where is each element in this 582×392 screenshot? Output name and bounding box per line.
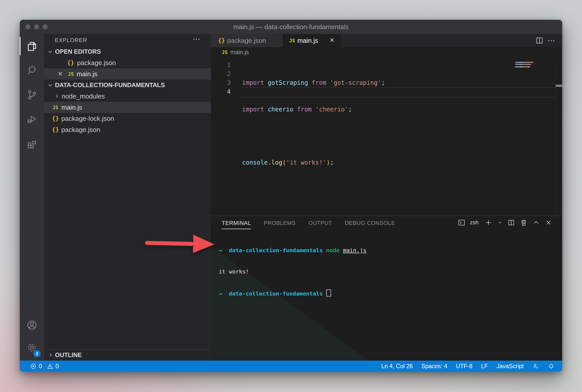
close-panel-icon[interactable] <box>544 219 553 227</box>
code-line-1: import gotScraping from 'got-scraping'; <box>242 79 385 87</box>
eol-sequence[interactable]: LF <box>481 363 488 370</box>
json-icon: {} <box>67 60 74 66</box>
tab-main-js[interactable]: JS main.js ✕ <box>283 34 341 47</box>
scrollbar-thumb[interactable] <box>556 85 562 87</box>
terminal-line-output: it works! <box>219 268 367 275</box>
split-terminal-icon[interactable] <box>507 219 515 227</box>
breadcrumb[interactable]: JS main.js <box>211 47 562 58</box>
error-icon <box>30 363 37 370</box>
terminal-line-prompt: → data-collection-fundamentals <box>219 289 367 297</box>
close-icon[interactable]: ✕ <box>58 70 63 77</box>
tree-item-package-lock[interactable]: {} package-lock.json <box>44 113 211 124</box>
feedback-icon[interactable] <box>532 363 539 370</box>
json-icon: {} <box>218 37 225 44</box>
tree-item-node-modules[interactable]: node_modules <box>44 91 211 102</box>
code-editor[interactable]: 1 2 3 4 import gotScraping from 'got-scr… <box>211 58 562 216</box>
settings-badge: 2 <box>33 350 41 357</box>
window-title: main.js — data-collection-fundamentals <box>20 20 562 34</box>
tab-problems[interactable]: PROBLEMS <box>264 216 296 230</box>
new-terminal-icon[interactable] <box>484 219 493 227</box>
activity-settings[interactable]: 2 <box>20 336 44 360</box>
explorer-sidebar: EXPLORER ⋯ OPEN EDITORS {} package.json … <box>44 34 211 361</box>
editor-more-actions[interactable]: ⋯ <box>548 36 556 45</box>
chevron-down-icon <box>47 49 53 54</box>
search-icon <box>26 65 38 76</box>
terminal-icon <box>458 219 466 227</box>
panel-tabs: TERMINAL PROBLEMS OUTPUT DEBUG CONSOLE <box>222 216 395 230</box>
arrow-shaft <box>145 241 194 246</box>
open-editor-main-js[interactable]: ✕ JS main.js <box>44 68 211 80</box>
account-icon <box>26 319 38 331</box>
activity-account[interactable] <box>20 313 44 337</box>
open-editor-package-json[interactable]: {} package.json <box>44 57 211 68</box>
close-tab-icon[interactable]: ✕ <box>330 37 335 44</box>
status-bar: 0 0 Ln 4, Col 26 Spaces: 4 UTF-8 LF Java… <box>20 361 562 372</box>
activity-explorer[interactable] <box>20 34 44 58</box>
split-editor-icon[interactable] <box>535 36 544 45</box>
code-lines: import gotScraping from 'got-scraping'; … <box>242 61 385 185</box>
activity-search[interactable] <box>20 58 44 83</box>
notifications-bell-icon[interactable] <box>548 363 555 370</box>
tab-output[interactable]: OUTPUT <box>308 216 332 230</box>
tab-debug-console[interactable]: DEBUG CONSOLE <box>345 216 395 230</box>
activity-source-control[interactable] <box>20 83 44 107</box>
active-view-indicator <box>20 37 21 55</box>
tab-bar: {} package.json JS main.js ✕ ⋯ <box>211 34 562 47</box>
title-bar: main.js — data-collection-fundamentals <box>20 20 562 34</box>
code-line-2: import cheerio from 'cheerio'; <box>242 105 385 114</box>
chevron-right-icon <box>48 352 53 358</box>
tab-terminal[interactable]: TERMINAL <box>222 216 251 230</box>
terminal-actions: zsh <box>458 219 553 227</box>
open-editors-section[interactable]: OPEN EDITORS <box>44 46 211 57</box>
code-line-4: console.log('it works!'); <box>242 158 385 167</box>
terminal-dropdown-icon[interactable] <box>497 219 503 227</box>
source-control-icon <box>26 89 38 101</box>
sidebar-more-actions[interactable]: ⋯ <box>193 34 201 43</box>
activity-bar: 2 <box>20 34 44 361</box>
tab-package-json[interactable]: {} package.json <box>211 34 283 47</box>
chevron-down-icon <box>47 82 53 88</box>
activity-extensions[interactable] <box>20 131 44 155</box>
terminal-cursor <box>326 289 331 297</box>
tree-item-package-json[interactable]: {} package.json <box>44 124 211 135</box>
line-numbers: 1 2 3 4 <box>211 61 231 96</box>
encoding[interactable]: UTF-8 <box>456 363 472 370</box>
extensions-icon <box>26 138 38 149</box>
vscode-window: main.js — data-collection-fundamentals <box>20 20 562 372</box>
chevron-right-icon <box>54 93 60 99</box>
minimap[interactable] <box>515 62 534 68</box>
terminal-line-command: → data-collection-fundamentals node main… <box>219 247 367 254</box>
js-icon: JS <box>289 38 295 43</box>
json-icon: {} <box>52 126 59 133</box>
js-icon: JS <box>68 71 74 77</box>
json-icon: {} <box>52 115 59 122</box>
outline-section[interactable]: OUTLINE <box>44 349 211 361</box>
js-icon: JS <box>52 105 58 110</box>
arrow-head <box>193 235 214 253</box>
indentation[interactable]: Spaces: 4 <box>421 363 447 370</box>
language-mode[interactable]: JavaScript <box>497 363 524 370</box>
files-icon <box>26 40 38 52</box>
warning-icon <box>47 363 53 370</box>
scrollbar-track <box>555 58 555 216</box>
outline-label: OUTLINE <box>55 351 82 359</box>
kill-terminal-icon[interactable] <box>520 219 528 227</box>
editor-group: {} package.json JS main.js ✕ ⋯ JS main. <box>211 34 562 361</box>
run-debug-icon <box>26 113 38 125</box>
sidebar-header: EXPLORER ⋯ <box>44 34 211 46</box>
activity-run-debug[interactable] <box>20 107 44 131</box>
shell-label[interactable]: zsh <box>470 219 479 226</box>
js-icon: JS <box>222 49 228 55</box>
code-line-3 <box>242 132 385 141</box>
terminal-content[interactable]: → data-collection-fundamentals node main… <box>219 233 367 311</box>
cursor-position[interactable]: Ln 4, Col 26 <box>381 363 413 370</box>
terminal-panel: TERMINAL PROBLEMS OUTPUT DEBUG CONSOLE z… <box>211 216 562 361</box>
maximize-panel-icon[interactable] <box>532 219 540 227</box>
sidebar-title: EXPLORER <box>55 37 87 44</box>
workspace-section[interactable]: DATA-COLLECTION-FUNDAMENTALS <box>44 80 211 91</box>
tree-item-main-js[interactable]: JS main.js <box>44 102 211 113</box>
problems-status[interactable]: 0 0 <box>30 363 59 370</box>
breadcrumb-file: main.js <box>230 49 249 56</box>
annotation-arrow <box>145 234 214 253</box>
